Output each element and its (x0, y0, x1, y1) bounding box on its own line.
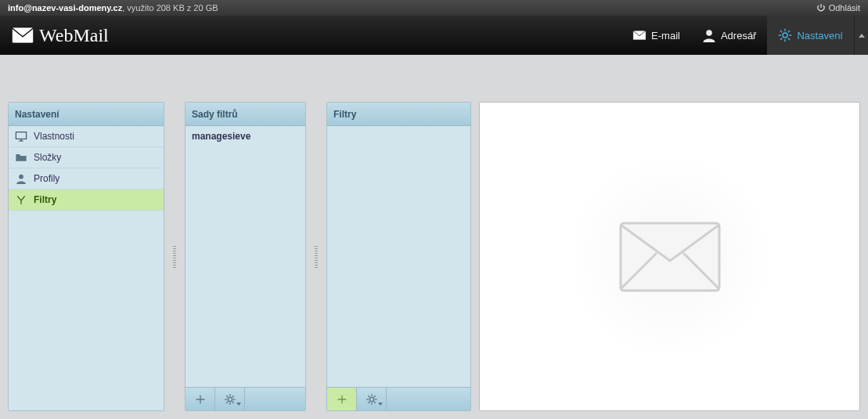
add-filter-button[interactable] (327, 388, 357, 410)
filtersets-footer (185, 387, 305, 410)
logout-label: Odhlásit (829, 3, 860, 13)
settings-item-label: Vlastnosti (34, 131, 74, 142)
settings-item-label: Profily (34, 173, 59, 184)
settings-panel: Nastavení Vlastnosti Složky Profily Filt… (8, 102, 164, 411)
nav-email-label: E-mail (651, 30, 680, 42)
gear-icon (366, 393, 378, 406)
monitor-icon (15, 131, 27, 142)
settings-item-label: Složky (34, 152, 61, 163)
svg-line-21 (226, 396, 228, 397)
filters-footer (327, 387, 470, 410)
plus-icon (194, 393, 207, 406)
envelope-icon (11, 27, 34, 44)
filtersets-panel: Sady filtrů managesieve (185, 102, 306, 411)
svg-point-2 (706, 30, 712, 36)
envelope-icon (632, 28, 646, 42)
settings-panel-header: Nastavení (9, 103, 164, 126)
filter-actions-button[interactable] (357, 388, 387, 410)
svg-line-32 (368, 401, 369, 403)
settings-item-filters[interactable]: Filtry (9, 190, 164, 211)
svg-rect-12 (16, 132, 26, 139)
splitter[interactable] (172, 102, 177, 411)
grip-icon (173, 246, 176, 268)
folder-icon (15, 152, 27, 163)
nav-email[interactable]: E-mail (621, 16, 691, 55)
svg-point-3 (783, 33, 787, 38)
power-icon (816, 3, 826, 13)
nav-dropdown-toggle[interactable] (854, 16, 868, 55)
logo-text: WebMail (39, 25, 109, 46)
gear-icon (778, 28, 792, 42)
filters-panel-header: Filtry (327, 103, 470, 126)
svg-point-16 (228, 397, 232, 401)
svg-point-25 (369, 397, 373, 401)
svg-line-33 (373, 396, 375, 397)
preview-pane (479, 102, 860, 411)
filter-icon (15, 194, 27, 205)
watermark (568, 155, 772, 359)
filters-panel: Filtry (326, 102, 471, 411)
logout-link[interactable]: Odhlásit (816, 3, 860, 13)
nav-settings[interactable]: Nastavení (767, 16, 854, 55)
nav-addressbook[interactable]: Adresář (691, 16, 768, 55)
settings-nav-list: Vlastnosti Složky Profily Filtry (9, 126, 164, 211)
add-filterset-button[interactable] (185, 388, 215, 410)
triangle-up-icon (859, 34, 865, 38)
settings-item-folders[interactable]: Složky (9, 147, 164, 168)
person-icon (15, 173, 27, 184)
content-area: Nastavení Vlastnosti Složky Profily Filt… (0, 55, 868, 419)
svg-line-24 (232, 396, 233, 397)
status-bar: info@nazev-vasi-domeny.cz, využito 208 K… (0, 0, 868, 16)
filterset-item[interactable]: managesieve (185, 126, 305, 146)
svg-line-23 (226, 401, 228, 403)
status-email: info@nazev-vasi-domeny.cz (8, 3, 122, 13)
status-usage: , využito 208 KB z 20 GB (122, 3, 218, 13)
person-icon (702, 28, 716, 42)
gear-icon (224, 393, 236, 406)
svg-line-30 (368, 396, 369, 397)
grip-icon (315, 246, 318, 268)
filterset-actions-button[interactable] (215, 388, 245, 410)
chevron-down-icon (236, 403, 241, 406)
filterset-item-label: managesieve (192, 131, 250, 142)
svg-line-9 (788, 38, 790, 40)
logo: WebMail (11, 25, 109, 46)
nav-settings-label: Nastavení (797, 30, 843, 42)
envelope-icon (619, 222, 721, 292)
svg-rect-0 (12, 27, 34, 43)
settings-item-preferences[interactable]: Vlastnosti (9, 126, 164, 147)
svg-line-11 (788, 31, 790, 32)
plus-icon (336, 393, 348, 406)
settings-item-identities[interactable]: Profily (9, 168, 164, 190)
status-info: info@nazev-vasi-domeny.cz, využito 208 K… (8, 3, 816, 13)
settings-item-label: Filtry (34, 194, 56, 205)
svg-rect-34 (621, 223, 719, 291)
filtersets-list: managesieve (185, 126, 305, 146)
svg-point-15 (19, 175, 23, 179)
svg-line-31 (373, 401, 375, 403)
splitter[interactable] (314, 102, 319, 411)
svg-line-22 (232, 401, 233, 403)
settings-panel-body: Vlastnosti Složky Profily Filtry (9, 126, 164, 410)
filters-panel-body (327, 126, 470, 387)
main-header: WebMail E-mail Adresář Nastavení (0, 16, 868, 55)
chevron-down-icon (378, 403, 383, 406)
svg-line-8 (780, 31, 782, 32)
filtersets-panel-body: managesieve (185, 126, 305, 387)
nav-addressbook-label: Adresář (721, 30, 757, 42)
svg-line-10 (780, 38, 782, 40)
filtersets-panel-header: Sady filtrů (185, 103, 305, 126)
